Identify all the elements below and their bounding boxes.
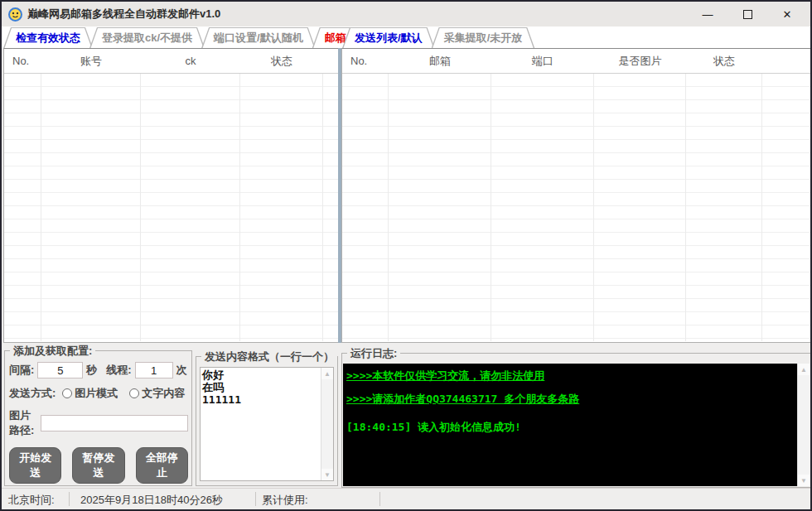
right-tab-group: 发送列表/默认 采集提取/未开放 xyxy=(342,27,531,48)
stop-all-button[interactable]: 全部停止 xyxy=(136,447,188,484)
start-send-button[interactable]: 开始发送 xyxy=(9,447,61,484)
config-group: 添加及获取配置: 间隔: 秒 线程: 次 发送方式: 图片模式 文字内容 图片路… xyxy=(4,350,192,486)
image-mode-radio[interactable] xyxy=(62,388,72,398)
maximize-icon xyxy=(743,10,752,19)
grid-line xyxy=(41,74,41,341)
interval-label: 间隔: xyxy=(9,363,34,378)
scroll-down-icon[interactable]: ▼ xyxy=(798,475,810,486)
grid-line xyxy=(140,74,141,341)
beijing-time-label: 北京时间: xyxy=(8,493,55,508)
image-path-label: 图片路径: xyxy=(9,408,37,438)
run-log-group: 运行日志: >>>>本软件仅供学习交流，请勿非法使用 >>>>请添加作者QQ37… xyxy=(341,353,811,488)
accounts-table-header: No. 账号 ck 状态 xyxy=(4,49,339,74)
send-content-box: 你好 在吗 111111 ▲ ▼ xyxy=(200,367,334,481)
send-content-group-title: 发送内容格式（一行一个） xyxy=(201,350,337,364)
config-group-title: 添加及获取配置: xyxy=(10,344,95,359)
title-bar: 巅峰网易邮箱多线程全自动群发邮件v1.0 — ✕ xyxy=(2,2,810,27)
text-mode-radio[interactable] xyxy=(129,388,139,398)
thread-label: 线程: xyxy=(106,363,131,378)
col-ck[interactable]: ck xyxy=(141,55,240,67)
image-path-input[interactable] xyxy=(41,415,188,431)
status-divider xyxy=(379,492,380,506)
log-scrollbar[interactable]: ▲ ▼ xyxy=(797,364,810,486)
image-mode-label[interactable]: 图片模式 xyxy=(75,386,118,401)
minimize-button[interactable]: — xyxy=(688,2,727,27)
send-list-table-body xyxy=(342,74,811,341)
window-controls: — ✕ xyxy=(688,2,807,27)
text-mode-label[interactable]: 文字内容 xyxy=(142,386,185,401)
status-divider xyxy=(255,492,256,506)
tab-check-valid-status[interactable]: 检查有效状态 xyxy=(3,27,93,48)
col-no[interactable]: No. xyxy=(342,55,389,67)
send-mode-row: 发送方式: 图片模式 文字内容 xyxy=(9,386,188,401)
log-line: [18:40:15] 读入初始化信息成功! xyxy=(346,420,794,435)
run-log-wrap: >>>>本软件仅供学习交流，请勿非法使用 >>>>请添加作者QQ37446371… xyxy=(343,364,810,486)
left-tab-group: 检查有效状态 登录提取ck/不提供 端口设置/默认随机 邮箱——ck xyxy=(3,27,389,48)
run-log-group-title: 运行日志: xyxy=(347,346,400,361)
send-content-textarea[interactable]: 你好 在吗 111111 xyxy=(201,368,321,480)
thread-unit: 次 xyxy=(176,363,187,378)
tab-collect-extract[interactable]: 采集提取/未开放 xyxy=(432,27,535,48)
grid-line xyxy=(761,74,762,341)
close-button[interactable]: ✕ xyxy=(767,2,807,27)
scroll-up-icon[interactable]: ▲ xyxy=(321,368,333,379)
send-mode-label: 发送方式: xyxy=(9,386,56,401)
interval-unit: 秒 xyxy=(86,363,97,378)
send-content-group: 发送内容格式（一行一个） 你好 在吗 111111 ▲ ▼ xyxy=(196,356,338,486)
maximize-button[interactable] xyxy=(727,2,767,27)
col-is-image[interactable]: 是否图片 xyxy=(594,54,686,69)
app-icon xyxy=(8,7,22,22)
run-log-output: >>>>本软件仅供学习交流，请勿非法使用 >>>>请添加作者QQ37446371… xyxy=(343,364,797,486)
send-list-table-header: No. 邮箱 端口 是否图片 状态 xyxy=(342,49,811,74)
status-divider xyxy=(69,492,70,506)
log-line: >>>>本软件仅供学习交流，请勿非法使用 xyxy=(346,369,794,383)
grid-line xyxy=(491,74,491,341)
status-bar: 北京时间: 2025年9月18日18时40分26秒 累计使用: xyxy=(2,488,810,509)
grid-line xyxy=(388,74,389,341)
app-window: 巅峰网易邮箱多线程全自动群发邮件v1.0 — ✕ 检查有效状态 登录提取ck/不… xyxy=(0,0,812,511)
tab-login-extract-ck[interactable]: 登录提取ck/不提供 xyxy=(89,27,205,48)
scroll-down-icon[interactable]: ▼ xyxy=(321,469,333,480)
action-buttons-row: 开始发送 暂停发送 全部停止 xyxy=(9,447,188,484)
col-status[interactable]: 状态 xyxy=(686,54,762,69)
col-port[interactable]: 端口 xyxy=(491,54,594,69)
grid-line xyxy=(322,74,323,341)
grid-line xyxy=(685,74,686,341)
thread-input[interactable] xyxy=(135,362,173,378)
grid-line xyxy=(593,74,594,341)
col-account[interactable]: 账号 xyxy=(41,54,141,69)
content-scrollbar[interactable]: ▲ ▼ xyxy=(321,368,333,480)
tab-port-settings[interactable]: 端口设置/默认随机 xyxy=(201,27,316,48)
accounts-table-body xyxy=(4,74,339,341)
image-path-row: 图片路径: xyxy=(9,408,188,438)
usage-label: 累计使用: xyxy=(262,493,308,508)
log-line: >>>>请添加作者QQ374463717 多个朋友多条路 xyxy=(346,392,794,407)
scroll-up-icon[interactable]: ▲ xyxy=(798,364,810,375)
tab-send-list[interactable]: 发送列表/默认 xyxy=(342,27,435,48)
col-email[interactable]: 邮箱 xyxy=(389,54,491,69)
col-status[interactable]: 状态 xyxy=(240,54,323,69)
send-list-table: No. 邮箱 端口 是否图片 状态 xyxy=(341,48,812,343)
interval-input[interactable] xyxy=(37,362,83,378)
accounts-table: No. 账号 ck 状态 xyxy=(3,48,340,343)
pause-send-button[interactable]: 暂停发送 xyxy=(72,447,124,484)
col-no[interactable]: No. xyxy=(4,55,41,67)
beijing-time-value: 2025年9月18日18时40分26秒 xyxy=(80,493,223,508)
interval-thread-row: 间隔: 秒 线程: 次 xyxy=(9,362,188,378)
grid-line xyxy=(239,74,240,341)
window-title: 巅峰网易邮箱多线程全自动群发邮件v1.0 xyxy=(27,7,220,22)
